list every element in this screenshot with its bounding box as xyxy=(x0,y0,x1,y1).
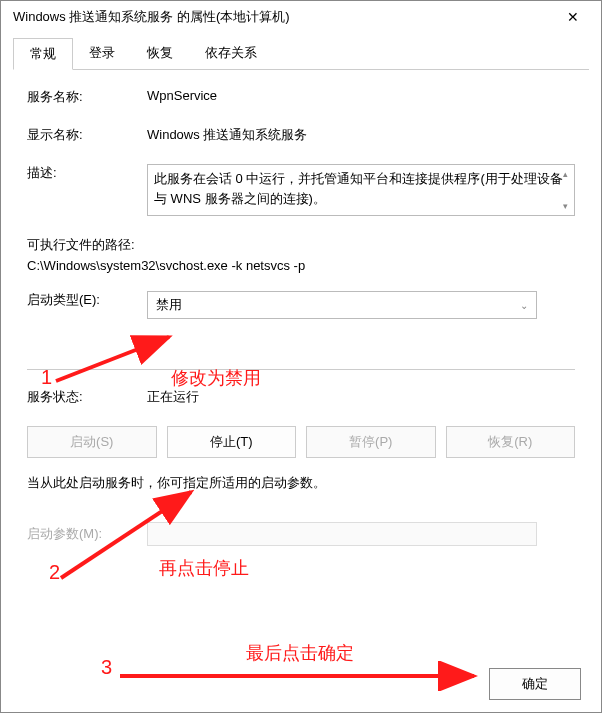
resume-button: 恢复(R) xyxy=(446,426,576,458)
annotation-number-2: 2 xyxy=(49,561,60,584)
annotation-text-3: 最后点击确定 xyxy=(246,641,354,665)
ok-button[interactable]: 确定 xyxy=(489,668,581,700)
description-text: 此服务在会话 0 中运行，并托管通知平台和连接提供程序(用于处理设备与 WNS … xyxy=(154,171,563,206)
service-name-value: WpnService xyxy=(147,88,575,103)
properties-dialog: Windows 推送通知系统服务 的属性(本地计算机) ✕ 常规 登录 恢复 依… xyxy=(0,0,602,713)
display-name-value: Windows 推送通知系统服务 xyxy=(147,126,575,144)
tab-content: 服务名称: WpnService 显示名称: Windows 推送通知系统服务 … xyxy=(1,70,601,546)
start-button: 启动(S) xyxy=(27,426,157,458)
service-status-value: 正在运行 xyxy=(147,388,575,406)
tab-recovery[interactable]: 恢复 xyxy=(131,38,189,70)
service-status-label: 服务状态: xyxy=(27,388,147,406)
pause-button: 暂停(P) xyxy=(306,426,436,458)
dialog-footer: 确定 xyxy=(489,668,581,700)
exe-path-value: C:\Windows\system32\svchost.exe -k netsv… xyxy=(27,258,575,273)
chevron-down-icon: ⌄ xyxy=(520,300,528,311)
titlebar: Windows 推送通知系统服务 的属性(本地计算机) ✕ xyxy=(1,1,601,33)
annotation-text-2: 再点击停止 xyxy=(159,556,249,580)
startup-type-value: 禁用 xyxy=(156,296,182,314)
tab-dependencies[interactable]: 依存关系 xyxy=(189,38,273,70)
close-button[interactable]: ✕ xyxy=(553,3,593,31)
tab-logon[interactable]: 登录 xyxy=(73,38,131,70)
description-textarea[interactable]: 此服务在会话 0 中运行，并托管通知平台和连接提供程序(用于处理设备与 WNS … xyxy=(147,164,575,216)
start-params-hint: 当从此处启动服务时，你可指定所适用的启动参数。 xyxy=(27,474,575,492)
description-label: 描述: xyxy=(27,164,147,182)
service-name-label: 服务名称: xyxy=(27,88,147,106)
exe-path-label: 可执行文件的路径: xyxy=(27,236,575,254)
startup-type-label: 启动类型(E): xyxy=(27,291,147,309)
annotation-arrow-3 xyxy=(116,661,486,691)
tab-general[interactable]: 常规 xyxy=(13,38,73,70)
tab-bar: 常规 登录 恢复 依存关系 xyxy=(13,37,589,70)
stop-button[interactable]: 停止(T) xyxy=(167,426,297,458)
scroll-up-icon[interactable]: ▴ xyxy=(558,167,572,181)
close-icon: ✕ xyxy=(567,9,579,25)
startup-type-select[interactable]: 禁用 ⌄ xyxy=(147,291,537,319)
divider xyxy=(27,369,575,370)
start-params-label: 启动参数(M): xyxy=(27,525,147,543)
display-name-label: 显示名称: xyxy=(27,126,147,144)
window-title: Windows 推送通知系统服务 的属性(本地计算机) xyxy=(13,8,290,26)
scroll-down-icon[interactable]: ▾ xyxy=(558,199,572,213)
annotation-number-3: 3 xyxy=(101,656,112,679)
start-params-input xyxy=(147,522,537,546)
service-control-buttons: 启动(S) 停止(T) 暂停(P) 恢复(R) xyxy=(27,426,575,458)
